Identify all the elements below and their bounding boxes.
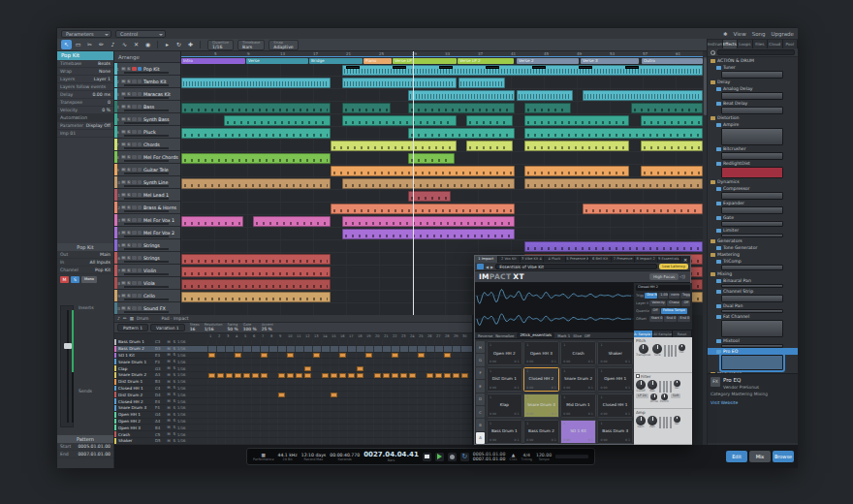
track-header[interactable]: 11MSMel Lead 1 xyxy=(114,189,180,202)
step-on[interactable] xyxy=(426,373,433,378)
track-header[interactable]: 8MSMel For Chords xyxy=(114,151,180,164)
clip[interactable] xyxy=(342,216,515,227)
tool-1[interactable]: ▭ xyxy=(73,40,83,49)
loop-range-display[interactable]: 0005.01.01.000007.01.01.00 xyxy=(473,452,506,461)
field-value[interactable]: Layer 1 xyxy=(94,76,111,82)
param-option-off[interactable]: Off xyxy=(651,308,660,314)
track-mute-button[interactable]: M xyxy=(121,130,126,135)
lane-resolution[interactable]: 1/16 xyxy=(177,438,191,443)
env-slider-0[interactable] xyxy=(659,381,661,393)
env-slider-3[interactable] xyxy=(670,381,672,393)
field-value[interactable]: 0 xyxy=(108,99,111,106)
pattern-param-accent[interactable]: Accent25 % xyxy=(262,324,273,331)
param-option-normal[interactable]: normal xyxy=(669,293,679,299)
param-option-end-0[interactable]: End 0 xyxy=(678,316,690,322)
track-record-arm-button[interactable] xyxy=(132,281,137,286)
tree-item-ampire[interactable]: Ampire xyxy=(708,121,798,128)
knob-dial[interactable] xyxy=(636,380,646,390)
field-value[interactable]: All Inputs xyxy=(90,259,111,266)
tree-item-channel-strip[interactable]: Channel Strip xyxy=(708,288,798,295)
clip[interactable] xyxy=(331,141,457,151)
step-on[interactable] xyxy=(226,373,233,378)
bank-button-d[interactable]: D xyxy=(476,394,485,405)
step-on[interactable] xyxy=(331,373,337,378)
track-mute-button[interactable]: M xyxy=(121,142,126,147)
track-monitor-button[interactable] xyxy=(138,268,142,273)
track-record-arm-button[interactable] xyxy=(132,180,137,185)
lane-resolution[interactable]: 1/16 xyxy=(177,339,191,344)
lane-resolution[interactable]: 1/16 xyxy=(177,379,191,384)
pad-dist-drum-1[interactable]: Dist Drum 110 000 1 xyxy=(487,367,522,392)
step-grid[interactable] xyxy=(207,353,469,359)
high-focus-button[interactable]: High Focus xyxy=(649,273,679,280)
playhead[interactable] xyxy=(413,51,414,315)
tool-7[interactable]: ◉ xyxy=(142,40,153,49)
variation-select[interactable]: Variation 1 xyxy=(150,324,185,331)
tree-item-compressor[interactable]: Compressor xyxy=(708,185,798,192)
track-header[interactable]: 6MSPluck xyxy=(114,126,180,139)
bank-button-g[interactable]: G xyxy=(476,354,485,365)
track-solo-button[interactable]: S xyxy=(127,294,132,299)
plugin-tab-0[interactable]: 1 Impact xyxy=(475,256,498,263)
step-grid[interactable] xyxy=(207,419,469,425)
plugin-thumbnail[interactable] xyxy=(721,192,783,200)
plugin-tab-8[interactable]: 9 Essentials xyxy=(658,256,681,263)
inspector-track-name[interactable]: Pop Kit xyxy=(57,51,113,60)
pattern-lane[interactable]: Bass Drum 2D3MS1/16 xyxy=(114,346,473,353)
knob-res[interactable]: Res xyxy=(648,380,657,393)
knob-dial[interactable] xyxy=(679,344,685,351)
track-header[interactable]: 1MSPop Kit xyxy=(114,63,180,76)
track-monitor-button[interactable] xyxy=(138,205,142,210)
step-on[interactable] xyxy=(243,373,250,378)
step-grid[interactable] xyxy=(207,405,469,411)
step-on[interactable] xyxy=(287,373,294,378)
clip[interactable] xyxy=(331,166,515,176)
track-solo-button[interactable]: S xyxy=(127,168,132,173)
clip[interactable] xyxy=(342,103,391,113)
knob-dial[interactable] xyxy=(674,380,680,387)
pattern-param-resolution[interactable]: Resolution1/16 xyxy=(205,324,223,331)
event-fx-tag[interactable] xyxy=(486,66,499,70)
toolbar-dropdown-quantize[interactable]: Quantize1/16 xyxy=(207,40,234,50)
pad-crash[interactable]: Crash10 000 1 xyxy=(560,341,596,365)
step-on[interactable] xyxy=(331,393,337,397)
plugin-thumbnail[interactable] xyxy=(721,320,783,337)
fader-knob[interactable] xyxy=(64,343,72,349)
event-fx-tag[interactable] xyxy=(346,66,360,70)
tool-4[interactable]: ♪ xyxy=(108,40,118,49)
clip[interactable] xyxy=(524,115,629,126)
track-record-arm-button[interactable] xyxy=(132,193,137,198)
step-on[interactable] xyxy=(278,373,285,378)
sample-tool-reverse[interactable]: Reverse xyxy=(478,333,492,338)
preset-name-field[interactable]: Essentials of Vibe Kit xyxy=(495,264,657,270)
sample-opt-mark-1[interactable]: Mark 1 xyxy=(557,333,570,338)
track-record-arm-button[interactable] xyxy=(132,67,137,72)
clip[interactable] xyxy=(181,103,331,113)
transport-stop-button[interactable] xyxy=(423,453,431,461)
pad-so-1-kit[interactable]: SO 1 Kit10 000 1 xyxy=(560,420,596,444)
step-grid[interactable] xyxy=(207,372,469,378)
lane-resolution[interactable]: 1/16 xyxy=(177,412,191,417)
plugin-thumbnail[interactable] xyxy=(721,71,783,79)
browser-tab-files[interactable]: Files xyxy=(753,40,769,48)
step-on[interactable] xyxy=(348,373,355,378)
pattern-lane[interactable]: Dist Drum 1B3MS1/16 xyxy=(114,379,473,386)
track-header[interactable]: 5MSSynth Bass xyxy=(114,113,180,126)
track-record-arm-button[interactable] xyxy=(132,218,137,223)
track-record-arm-button[interactable] xyxy=(132,243,137,248)
pad-bass-drum-3[interactable]: Bass Drum 310 000 1 xyxy=(597,420,633,444)
knob-drive[interactable]: Drive xyxy=(650,394,658,403)
tree-item-pro-eq[interactable]: Pro EQ xyxy=(708,348,798,355)
field-value[interactable]: 0007.01.01.00 xyxy=(78,451,111,457)
step-on[interactable] xyxy=(383,373,390,378)
env-slider-1[interactable] xyxy=(663,417,665,428)
vel-knob[interactable]: Vel xyxy=(674,380,680,390)
pattern-param-gate[interactable]: Gate100 % xyxy=(243,324,257,331)
pad-shaker[interactable]: Shaker10 000 1 xyxy=(597,341,633,365)
track-header[interactable]: 4MSBass xyxy=(114,101,180,113)
pad-klap[interactable]: Klap10 000 1 xyxy=(487,394,522,418)
lane-resolution[interactable]: 1/16 xyxy=(177,372,191,377)
pattern-lane[interactable]: Closed HH 2E4MS1/16 xyxy=(114,398,473,405)
step-on[interactable] xyxy=(374,373,381,378)
track-header[interactable]: 18MSViola xyxy=(114,277,180,290)
